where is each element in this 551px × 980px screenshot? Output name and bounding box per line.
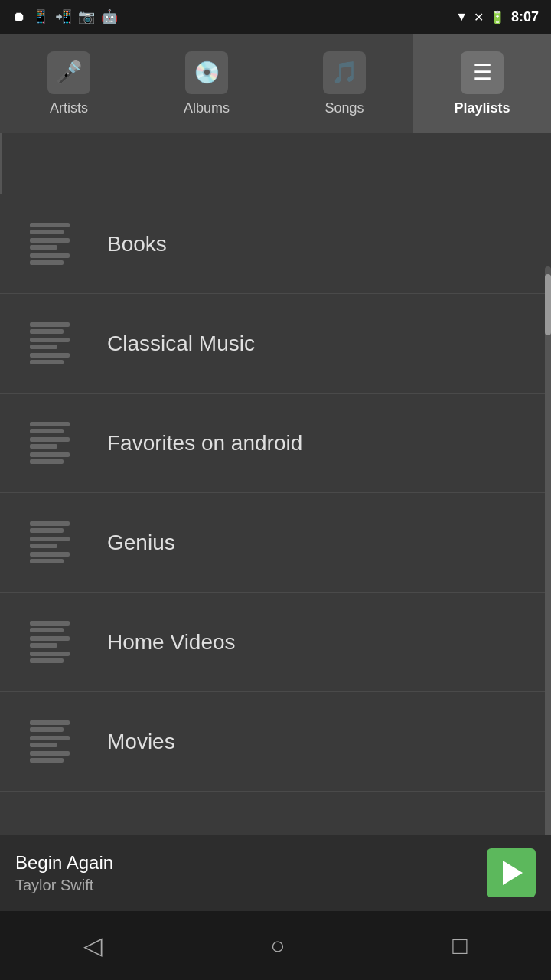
playlist-lines-icon [30, 422, 70, 464]
playlist-lines-icon [30, 521, 70, 564]
list-item[interactable]: Classical Music [0, 294, 551, 394]
playlist-icon-col [0, 692, 99, 791]
tab-playlists[interactable]: ☰ Playlists [413, 34, 551, 133]
music-note-icon: 🎵 [331, 60, 358, 85]
home-icon[interactable]: ○ [270, 932, 285, 960]
scrollbar-track[interactable] [545, 266, 551, 835]
list-item[interactable]: Home Videos [0, 593, 551, 692]
tab-songs-label: Songs [324, 100, 364, 116]
play-triangle-icon [503, 861, 523, 885]
tab-albums[interactable]: 💿 Albums [138, 34, 276, 133]
playlist-icon-col [0, 294, 99, 393]
now-playing-title: Begin Again [15, 852, 487, 874]
playlist-icon-col [0, 493, 99, 592]
signal-off-icon: ✕ [474, 10, 484, 24]
content-spacer [0, 133, 551, 194]
tab-songs-icon-wrap: 🎵 [323, 51, 366, 94]
playlist-name: Favorites on android [99, 431, 302, 456]
playlist-name: Genius [99, 531, 175, 555]
now-playing-bar[interactable]: Begin Again Taylor Swift [0, 835, 551, 911]
tab-playlists-icon-wrap: ☰ [461, 51, 504, 94]
whatsapp2-icon: 📲 [55, 8, 72, 25]
playlist-list-wrapper: Books [0, 133, 551, 835]
nav-bar: ◁ ○ □ [0, 911, 551, 980]
android-icon: 🤖 [101, 8, 118, 25]
whatsapp-icon: 📱 [32, 8, 49, 25]
playlist-icon-col [0, 593, 99, 691]
list-icon: ☰ [473, 60, 492, 85]
recents-icon[interactable]: □ [452, 932, 467, 960]
mic-icon: 🎤 [56, 60, 83, 85]
battery-icon: 🔋 [490, 10, 505, 24]
tab-artists-label: Artists [50, 100, 88, 116]
tab-bar: 🎤 Artists 💿 Albums 🎵 Songs ☰ Playlists [0, 34, 551, 133]
tab-playlists-label: Playlists [454, 100, 510, 116]
play-button[interactable] [487, 848, 536, 897]
tab-songs[interactable]: 🎵 Songs [276, 34, 413, 133]
camera-record-icon: 📷 [78, 8, 95, 25]
playlist-list: Books [0, 194, 551, 792]
playlist-lines-icon [30, 223, 70, 265]
back-icon[interactable]: ◁ [83, 931, 103, 960]
list-item[interactable]: Movies [0, 692, 551, 792]
status-time: 8:07 [511, 9, 539, 25]
scrollbar-thumb[interactable] [545, 274, 551, 335]
tab-artists-icon-wrap: 🎤 [47, 51, 90, 94]
list-item[interactable]: Books [0, 194, 551, 294]
now-playing-info: Begin Again Taylor Swift [15, 852, 487, 894]
wifi-icon: ▼ [455, 10, 468, 24]
playlist-icon-col [0, 394, 99, 492]
status-left-icons: ⏺ 📱 📲 📷 🤖 [12, 8, 118, 25]
playlist-name: Classical Music [99, 332, 255, 356]
status-bar: ⏺ 📱 📲 📷 🤖 ▼ ✕ 🔋 8:07 [0, 0, 551, 34]
now-playing-artist: Taylor Swift [15, 877, 487, 894]
playlist-lines-icon [30, 621, 70, 663]
playlist-name: Home Videos [99, 630, 236, 655]
playlist-lines-icon [30, 322, 70, 364]
status-right-icons: ▼ ✕ 🔋 8:07 [455, 9, 539, 25]
disc-icon: 💿 [194, 60, 220, 85]
record-dot-icon: ⏺ [12, 9, 26, 25]
tab-artists[interactable]: 🎤 Artists [0, 34, 138, 133]
playlist-lines-icon [30, 720, 70, 763]
playlist-name: Movies [99, 730, 175, 754]
tab-albums-label: Albums [184, 100, 230, 116]
list-item[interactable]: Genius [0, 493, 551, 593]
tab-albums-icon-wrap: 💿 [185, 51, 228, 94]
playlist-name: Books [99, 232, 167, 256]
playlist-icon-col [0, 194, 99, 293]
list-item[interactable]: Favorites on android [0, 394, 551, 493]
